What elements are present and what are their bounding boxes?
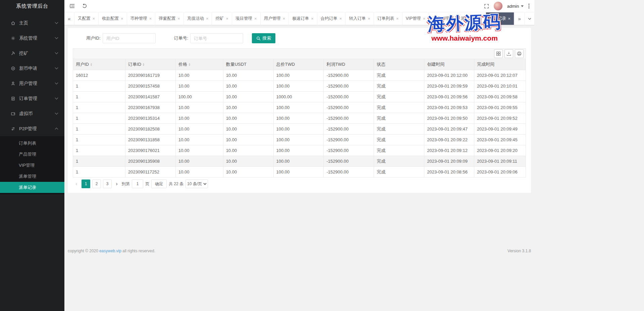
column-header-label: 完成时间 xyxy=(477,62,494,67)
table-row: 1202309013185810.0010.00100.00-152900.00… xyxy=(73,135,526,145)
collapse-menu-icon[interactable] xyxy=(69,4,75,8)
table-cell: 2023-09-01 20:09:56 xyxy=(424,92,474,102)
pagination-page-1[interactable]: 1 xyxy=(82,179,90,188)
sidebar-item-p2p[interactable]: P2P管理 xyxy=(0,121,64,136)
sidebar-subitem-dispatch-records[interactable]: 派单记录 xyxy=(0,182,64,193)
tab-label: 极速订单 xyxy=(292,16,309,21)
tab-close-icon[interactable]: × xyxy=(311,16,314,21)
tab-14[interactable]: 派单管理× xyxy=(458,12,486,25)
chevron-down-icon xyxy=(55,66,58,69)
tab-6[interactable]: 项目管理× xyxy=(232,12,261,25)
tab-3[interactable]: 弹窗配置× xyxy=(155,12,184,25)
sidebar-item-mining[interactable]: 挖矿 xyxy=(0,46,64,61)
sort-icon[interactable]: ▴▾ xyxy=(189,63,190,66)
chevron-down-icon xyxy=(55,81,58,85)
table-cell: 完成 xyxy=(374,135,424,145)
sidebar-item-system[interactable]: 系统管理 xyxy=(0,31,64,46)
tab-close-icon[interactable]: × xyxy=(254,16,257,21)
order-no-input[interactable] xyxy=(190,33,243,43)
tab-13[interactable]: 产品管理× xyxy=(429,12,458,25)
column-header-7: 创建时间 xyxy=(424,59,474,70)
tab-close-icon[interactable]: × xyxy=(177,16,180,21)
tab-4[interactable]: 充值活动× xyxy=(184,12,212,25)
tab-8[interactable]: 极速订单× xyxy=(289,12,317,25)
tab-5[interactable]: 挖矿× xyxy=(212,12,232,25)
tab-label: 项目管理 xyxy=(235,16,252,21)
column-header-1[interactable]: 订单ID▴▾ xyxy=(125,59,176,70)
column-header-0[interactable]: 用户ID▴▾ xyxy=(73,59,125,70)
sort-icon[interactable]: ▴▾ xyxy=(91,63,92,66)
export-icon[interactable] xyxy=(504,49,513,58)
sidebar-subitem-order-list[interactable]: 订单列表 xyxy=(0,138,64,149)
sidebar-subitem-dispatch[interactable]: 派单管理 xyxy=(0,171,64,182)
tab-9[interactable]: 合约订单× xyxy=(317,12,346,25)
table-cell: -152900.00 xyxy=(324,124,374,135)
tab-close-icon[interactable]: × xyxy=(149,16,152,21)
tab-close-icon[interactable]: × xyxy=(283,16,285,21)
tab-close-icon[interactable]: × xyxy=(206,16,209,21)
tab-close-icon[interactable]: × xyxy=(93,16,95,21)
table-cell: 2023-09-01 20:09:58 xyxy=(474,92,526,102)
pagination-next-icon[interactable]: › xyxy=(114,179,120,188)
tab-10[interactable]: 转入订单× xyxy=(345,12,374,25)
table-cell: 10.00 xyxy=(175,70,223,81)
table-cell: 2023-09-01 20:09:11 xyxy=(474,156,526,167)
goto-page-input[interactable] xyxy=(132,179,143,188)
pagination-prev-icon[interactable]: ‹ xyxy=(73,179,79,188)
table-cell: -152900.00 xyxy=(324,102,374,113)
tab-close-icon[interactable]: × xyxy=(368,16,370,21)
tab-close-icon[interactable]: × xyxy=(396,16,399,21)
filter-columns-icon[interactable] xyxy=(494,49,503,58)
tab-11[interactable]: 订单列表× xyxy=(374,12,402,25)
sidebar-subitem-product[interactable]: 产品管理 xyxy=(0,149,64,160)
sidebar-item-label: 挖矿 xyxy=(19,50,55,56)
tab-close-icon[interactable]: × xyxy=(423,16,426,21)
scroll-right-icon[interactable]: » xyxy=(514,12,524,25)
user-avatar[interactable] xyxy=(494,2,502,10)
tab-close-icon[interactable]: × xyxy=(121,16,123,21)
sidebar-item-new-coin[interactable]: 新币申请 xyxy=(0,61,64,76)
pagination-page-2[interactable]: 2 xyxy=(92,179,101,188)
tab-label: 弹窗配置 xyxy=(159,16,175,21)
tab-close-icon[interactable]: × xyxy=(508,16,511,21)
table-cell: 2023-09-01 20:09:06 xyxy=(474,167,526,177)
user-dropdown[interactable]: admin xyxy=(507,4,524,9)
kebab-menu-icon[interactable] xyxy=(528,3,530,9)
tab-15[interactable]: 派单记录× xyxy=(486,12,515,25)
goto-confirm-button[interactable]: 确定 xyxy=(151,179,167,188)
column-header-2[interactable]: 价格▴▾ xyxy=(175,59,223,70)
tab-0[interactable]: 又配置× xyxy=(74,12,99,25)
print-icon[interactable] xyxy=(515,49,524,58)
fullscreen-icon[interactable] xyxy=(484,4,489,9)
tab-close-icon[interactable]: × xyxy=(339,16,342,21)
sidebar-item-orders[interactable]: 订单管理 xyxy=(0,91,64,106)
tab-close-icon[interactable]: × xyxy=(226,16,228,21)
caret-down-icon xyxy=(521,5,524,7)
refresh-icon[interactable] xyxy=(82,3,87,9)
table-cell: -152900.00 xyxy=(324,81,374,92)
sidebar-item-home[interactable]: 主页 xyxy=(0,15,64,31)
easyweb-link[interactable]: easyweb.vip xyxy=(99,249,121,253)
page-size-select[interactable]: 10 条/页 xyxy=(185,179,208,188)
pagination-page-3[interactable]: 3 xyxy=(103,179,112,188)
tab-12[interactable]: VIP管理× xyxy=(402,12,429,25)
table-cell: 完成 xyxy=(374,70,424,81)
table-cell: -152900.00 xyxy=(324,113,374,124)
sort-icon[interactable]: ▴▾ xyxy=(143,63,144,66)
tabs-dropdown-icon[interactable] xyxy=(524,12,534,25)
table-cell: 100.00 xyxy=(273,113,324,124)
tab-7[interactable]: 用户管理× xyxy=(261,12,289,25)
tab-2[interactable]: 币种管理× xyxy=(127,12,156,25)
sidebar-item-label: 系统管理 xyxy=(19,35,55,41)
tab-close-icon[interactable]: × xyxy=(480,16,482,21)
gear-icon xyxy=(11,36,15,41)
tab-1[interactable]: 收款配置× xyxy=(99,12,127,25)
sidebar-item-virtual-coin[interactable]: 虚拟币 xyxy=(0,106,64,121)
sidebar-item-users[interactable]: 用户管理 xyxy=(0,76,64,91)
tab-label: 转入订单 xyxy=(349,16,366,21)
scroll-left-icon[interactable]: « xyxy=(64,12,74,25)
search-button[interactable]: 搜索 xyxy=(252,33,275,43)
tab-close-icon[interactable]: × xyxy=(451,16,454,21)
user-id-input[interactable] xyxy=(103,33,156,43)
sidebar-subitem-vip[interactable]: VIP管理 xyxy=(0,160,64,171)
